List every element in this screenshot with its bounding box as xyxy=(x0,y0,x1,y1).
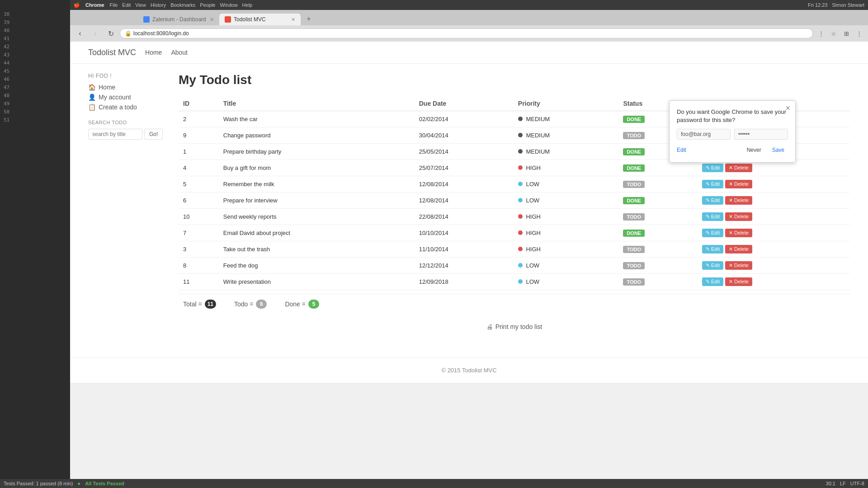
edit-button[interactable]: ✎ Edit xyxy=(702,196,723,205)
edit-button[interactable]: ✎ Edit xyxy=(702,245,723,253)
table-row: 5 Remember the milk 12/08/2014 LOW TODO … xyxy=(179,176,850,192)
edit-button[interactable]: ✎ Edit xyxy=(702,229,723,237)
cell-action: ✎ Edit ✕ Delete xyxy=(698,209,850,225)
tab-todolist-close[interactable]: ✕ xyxy=(291,17,295,23)
status-badge: DONE xyxy=(623,197,645,204)
cell-priority: LOW xyxy=(514,258,619,274)
sidebar-link-account[interactable]: 👤 My account xyxy=(88,94,170,101)
delete-button[interactable]: ✕ Delete xyxy=(725,212,752,221)
url-text: localhost:8080/login.do xyxy=(133,30,189,37)
print-button[interactable]: 🖨 Print my todo list xyxy=(486,323,542,330)
table-row: 10 Send weekly reports 22/08/2014 HIGH T… xyxy=(179,209,850,225)
delete-button[interactable]: ✕ Delete xyxy=(725,180,752,188)
menu-edit[interactable]: Edit xyxy=(122,2,131,8)
tab-zalenium-favicon xyxy=(143,16,150,23)
forward-button[interactable]: › xyxy=(89,27,102,40)
edit-button[interactable]: ✎ Edit xyxy=(702,164,723,172)
popup-never-button[interactable]: Never xyxy=(743,145,765,155)
cell-status: DONE xyxy=(618,192,698,209)
menu-history[interactable]: History xyxy=(151,2,166,8)
line-48: 48 xyxy=(0,91,70,99)
priority-dot xyxy=(518,182,523,186)
cell-title: Buy a gift for mom xyxy=(219,160,415,176)
cell-title: Feed the dog xyxy=(219,258,415,274)
sidebar-item-account[interactable]: 👤 My account xyxy=(88,94,170,101)
tab-zalenium-close[interactable]: ✕ xyxy=(210,17,214,23)
edit-button[interactable]: ✎ Edit xyxy=(702,277,723,286)
search-go-button[interactable]: Go! xyxy=(144,129,163,140)
cell-status: DONE xyxy=(618,225,698,241)
apps-icon[interactable]: ⊞ xyxy=(841,28,852,39)
home-icon: 🏠 xyxy=(88,84,96,91)
delete-button[interactable]: ✕ Delete xyxy=(725,261,752,270)
delete-button[interactable]: ✕ Delete xyxy=(725,245,752,253)
reload-button[interactable]: ↻ xyxy=(104,27,117,40)
delete-button[interactable]: ✕ Delete xyxy=(725,277,752,286)
delete-button[interactable]: ✕ Delete xyxy=(725,164,752,172)
line-39: 39 xyxy=(0,18,70,26)
menu-view[interactable]: View xyxy=(135,2,146,8)
back-button[interactable]: ‹ xyxy=(74,27,86,40)
cell-status: TODO xyxy=(618,241,698,258)
popup-close-button[interactable]: ✕ xyxy=(785,104,791,112)
sidebar-item-create[interactable]: 📋 Create a todo xyxy=(88,103,170,111)
line-47: 47 xyxy=(0,83,70,91)
delete-button[interactable]: ✕ Delete xyxy=(725,196,752,205)
line-40: 40 xyxy=(0,26,70,34)
col-due-date: Due Date xyxy=(415,96,514,111)
user-icon: 👤 xyxy=(88,94,96,101)
cell-priority: LOW xyxy=(514,176,619,192)
edit-button[interactable]: ✎ Edit xyxy=(702,212,723,221)
priority-dot xyxy=(518,279,523,284)
edit-button[interactable]: ✎ Edit xyxy=(702,180,723,188)
cell-action: ✎ Edit ✕ Delete xyxy=(698,241,850,258)
nav-about[interactable]: About xyxy=(171,47,188,58)
cell-id: 1 xyxy=(179,144,219,160)
tab-zalenium-label: Zalenium - Dashboard xyxy=(152,16,206,23)
app-container: Todolist MVC Home About HI FOO ! 🏠 Home xyxy=(70,42,868,383)
menu-people[interactable]: People xyxy=(200,2,215,8)
edit-button[interactable]: ✎ Edit xyxy=(702,261,723,270)
sidebar-link-home[interactable]: 🏠 Home xyxy=(88,84,170,91)
priority-dot xyxy=(518,230,523,235)
extensions-icon[interactable]: ⋮ xyxy=(816,28,826,39)
cell-priority: HIGH xyxy=(514,225,619,241)
cell-due-date: 10/10/2014 xyxy=(415,225,514,241)
menu-file[interactable]: File xyxy=(110,2,118,8)
status-badge: TODO xyxy=(623,213,645,221)
sidebar-item-home[interactable]: 🏠 Home xyxy=(88,84,170,91)
summary-row: Total = 11 Todo = 6 Done = 5 xyxy=(179,294,850,314)
cell-due-date: 30/04/2014 xyxy=(415,127,514,144)
cell-id: 5 xyxy=(179,176,219,192)
popup-save-button[interactable]: Save xyxy=(769,145,788,155)
sidebar-create-label: Create a todo xyxy=(99,103,137,111)
sidebar-search-label: SEARCH TODO xyxy=(88,120,170,125)
search-input[interactable] xyxy=(88,129,142,140)
sidebar-link-create[interactable]: 📋 Create a todo xyxy=(88,103,170,111)
cell-status: TODO xyxy=(618,258,698,274)
new-tab-button[interactable]: + xyxy=(302,13,315,25)
cell-title: Change password xyxy=(219,127,415,144)
popup-edit-button[interactable]: Edit xyxy=(677,147,686,153)
todo-label: Todo = xyxy=(234,300,253,308)
tab-zalenium[interactable]: Zalenium - Dashboard ✕ xyxy=(138,14,219,25)
star-icon[interactable]: ☆ xyxy=(828,28,839,39)
menu-bookmarks[interactable]: Bookmarks xyxy=(170,2,195,8)
sidebar-account-label: My account xyxy=(99,94,131,101)
menu-chrome[interactable]: Chrome xyxy=(85,2,104,8)
tab-todolist[interactable]: Todolist MVC ✕ xyxy=(219,14,301,25)
app-nav: Todolist MVC Home About xyxy=(70,42,868,64)
cell-due-date: 25/05/2014 xyxy=(415,144,514,160)
lock-icon: 🔒 xyxy=(125,30,132,37)
more-icon[interactable]: ⋮ xyxy=(854,28,864,39)
line-numbers: 38 39 40 41 42 43 44 45 46 47 48 49 50 5… xyxy=(0,0,70,124)
cell-status: TODO xyxy=(618,274,698,290)
delete-button[interactable]: ✕ Delete xyxy=(725,229,752,237)
line-43: 43 xyxy=(0,51,70,59)
nav-home[interactable]: Home xyxy=(145,47,162,58)
menu-help[interactable]: Help xyxy=(242,2,253,8)
address-bar[interactable]: 🔒 localhost:8080/login.do xyxy=(120,28,813,38)
cell-title: Take out the trash xyxy=(219,241,415,258)
menu-window[interactable]: Window xyxy=(220,2,237,8)
page-title: My Todo list xyxy=(179,73,850,87)
